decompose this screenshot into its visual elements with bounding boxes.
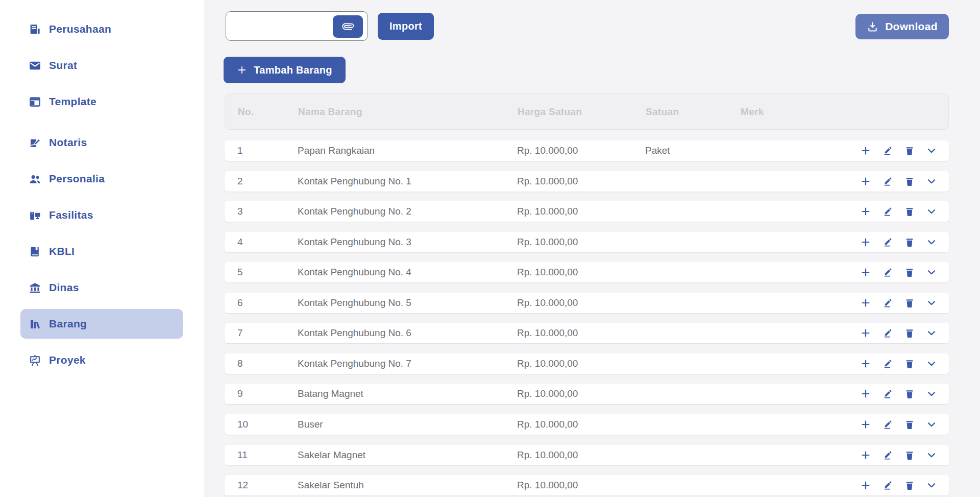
sidebar-item-personalia[interactable]: Personalia: [20, 164, 183, 194]
sidebar-item-fasilitas[interactable]: Fasilitas: [20, 200, 183, 230]
add-detail-button[interactable]: [860, 236, 872, 248]
add-detail-button[interactable]: [860, 175, 872, 187]
row-actions: [860, 232, 938, 252]
cell-harga-satuan: Rp. 10.000,00: [517, 419, 578, 430]
add-detail-button[interactable]: [860, 205, 872, 218]
presentation-icon: [29, 354, 41, 367]
add-barang-button[interactable]: Tambah Barang: [224, 57, 346, 83]
edit-button[interactable]: [881, 418, 894, 431]
expand-row-button[interactable]: [925, 266, 938, 278]
column-header-satuan: Satuan: [646, 106, 679, 117]
import-button[interactable]: Import: [378, 13, 434, 40]
delete-button[interactable]: [903, 205, 916, 218]
sidebar-item-label: Template: [49, 96, 96, 108]
delete-button[interactable]: [903, 266, 916, 278]
delete-button[interactable]: [903, 297, 916, 309]
delete-button[interactable]: [903, 388, 916, 400]
table-row: 5 Kontak Penghubung No. 4 Rp. 10.000,00: [225, 262, 949, 282]
sidebar-item-perusahaan[interactable]: Perusahaan: [20, 14, 183, 44]
row-actions: [860, 201, 938, 222]
sidebar-item-barang[interactable]: Barang: [20, 309, 183, 339]
expand-row-button[interactable]: [925, 236, 938, 248]
edit-button[interactable]: [881, 145, 894, 157]
edit-button[interactable]: [881, 479, 894, 491]
edit-button[interactable]: [881, 358, 894, 370]
cell-nama-barang: Kontak Penghubung No. 4: [298, 267, 411, 278]
expand-row-button[interactable]: [925, 175, 938, 187]
download-button[interactable]: Download: [855, 14, 949, 39]
sidebar-item-notaris[interactable]: Notaris: [20, 128, 183, 157]
add-detail-button[interactable]: [860, 388, 872, 400]
table-row: 3 Kontak Penghubung No. 2 Rp. 10.000,00: [225, 201, 949, 222]
edit-button[interactable]: [881, 388, 894, 400]
cell-harga-satuan: Rp. 10.000,00: [517, 267, 578, 278]
sidebar-item-kbli[interactable]: KBLI: [20, 236, 183, 266]
template-icon: [29, 96, 41, 108]
cell-harga-satuan: Rp. 10.000,00: [517, 176, 578, 187]
download-label: Download: [885, 20, 938, 33]
expand-row-button[interactable]: [925, 358, 938, 370]
delete-button[interactable]: [903, 236, 916, 248]
expand-row-button[interactable]: [925, 479, 938, 491]
cell-nama-barang: Papan Rangkaian: [298, 145, 375, 156]
row-actions: [860, 353, 938, 374]
add-detail-button[interactable]: [860, 327, 872, 339]
sidebar-item-dinas[interactable]: Dinas: [20, 273, 183, 302]
sidebar-item-label: Notaris: [49, 136, 87, 149]
cell-no: 6: [237, 297, 243, 309]
add-detail-button[interactable]: [860, 418, 872, 431]
expand-row-button[interactable]: [925, 449, 938, 461]
delete-button[interactable]: [903, 327, 916, 339]
import-file-input[interactable]: [226, 11, 368, 41]
edit-button[interactable]: [881, 266, 894, 278]
cell-nama-barang: Batang Magnet: [298, 388, 363, 399]
sidebar-item-template[interactable]: Template: [20, 87, 183, 116]
delete-button[interactable]: [903, 479, 916, 491]
expand-row-button[interactable]: [925, 418, 938, 431]
cell-harga-satuan: Rp. 10.000,00: [517, 358, 578, 369]
table-row: 12 Sakelar Sentuh Rp. 10.000,00: [225, 475, 949, 495]
expand-row-button[interactable]: [925, 388, 938, 400]
edit-button[interactable]: [881, 175, 894, 187]
expand-row-button[interactable]: [925, 327, 938, 339]
edit-button[interactable]: [881, 205, 894, 218]
row-actions: [860, 445, 938, 465]
download-icon: [867, 21, 878, 33]
delete-button[interactable]: [903, 358, 916, 370]
attach-file-button[interactable]: [333, 15, 363, 38]
cell-nama-barang: Kontak Penghubung No. 5: [298, 297, 411, 309]
add-detail-button[interactable]: [860, 449, 872, 461]
edit-button[interactable]: [881, 236, 894, 248]
delete-button[interactable]: [903, 449, 916, 461]
cell-satuan: Paket: [645, 145, 670, 156]
cell-nama-barang: Kontak Penghubung No. 1: [298, 176, 411, 187]
cell-no: 3: [237, 206, 243, 217]
add-detail-button[interactable]: [860, 479, 872, 491]
delete-button[interactable]: [903, 175, 916, 187]
edit-button[interactable]: [881, 327, 894, 339]
sidebar-item-proyek[interactable]: Proyek: [20, 345, 183, 375]
delete-button[interactable]: [903, 418, 916, 431]
edit-button[interactable]: [881, 297, 894, 309]
cell-nama-barang: Kontak Penghubung No. 6: [298, 327, 411, 339]
add-detail-button[interactable]: [860, 266, 872, 278]
company-icon: [29, 23, 41, 36]
cell-no: 5: [237, 267, 243, 278]
expand-row-button[interactable]: [925, 145, 938, 157]
expand-row-button[interactable]: [925, 297, 938, 309]
add-detail-button[interactable]: [860, 145, 872, 157]
table-row: 8 Kontak Penghubung No. 7 Rp. 10.000,00: [225, 353, 949, 374]
main-content: Import Download Tambah Barang No. Nama B…: [204, 0, 980, 497]
expand-row-button[interactable]: [925, 205, 938, 218]
sidebar-item-label: Personalia: [49, 173, 105, 185]
table-row: 9 Batang Magnet Rp. 10.000,00: [225, 384, 949, 404]
sidebar-item-surat[interactable]: Surat: [20, 51, 183, 80]
edit-button[interactable]: [881, 449, 894, 461]
table-row: 1 Papan Rangkaian Rp. 10.000,00 Paket: [225, 140, 949, 161]
add-detail-button[interactable]: [860, 358, 872, 370]
add-detail-button[interactable]: [860, 297, 872, 309]
cell-harga-satuan: Rp. 10.000,00: [517, 480, 578, 491]
cell-harga-satuan: Rp. 10.000,00: [517, 145, 578, 156]
sidebar-item-label: Dinas: [49, 281, 79, 294]
delete-button[interactable]: [903, 145, 916, 157]
